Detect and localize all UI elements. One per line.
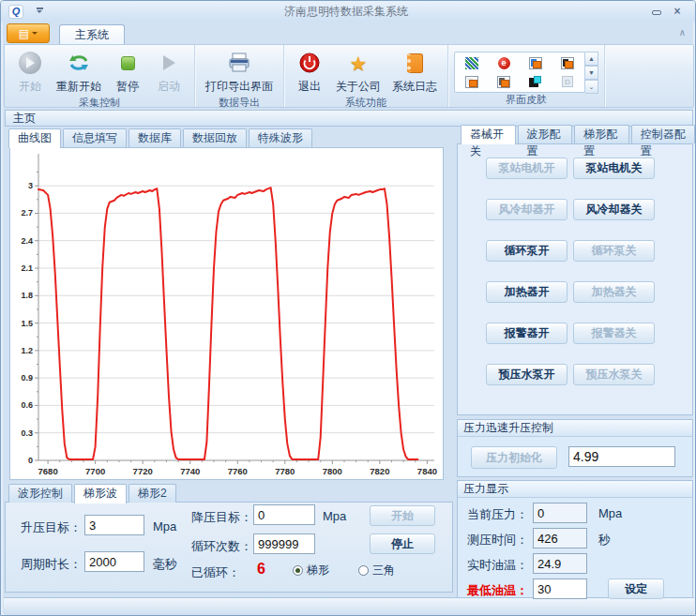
svg-text:7780: 7780 xyxy=(275,466,295,476)
fall-target-label: 降压目标： xyxy=(191,509,252,526)
rise-target-label: 升压目标： xyxy=(21,519,82,536)
svg-text:0.6: 0.6 xyxy=(21,400,33,410)
minimize-button[interactable] xyxy=(646,5,667,18)
svg-text:7740: 7740 xyxy=(180,466,200,476)
svg-text:7840: 7840 xyxy=(417,466,437,476)
pressure-display-group: 压力显示 当前压力： Mpa 测压时间： 秒 实时油温： 最低油温： 设定 xyxy=(457,480,693,598)
pause-button[interactable]: 暂停 xyxy=(108,50,147,96)
group-label-acquisition: 采集控制 xyxy=(5,96,194,110)
tab-waveform-config[interactable]: 波形配置 xyxy=(518,125,573,143)
cycle-count-input[interactable] xyxy=(253,533,315,554)
min-oil-temp-label: 最低油温： xyxy=(467,582,528,599)
pressure-init-button[interactable]: 压力初始化 xyxy=(471,446,557,469)
ribbon-group-system: 退出 ★ 关于公司 系统日志 系统功能 xyxy=(284,45,448,107)
tab-trapezoid-2[interactable]: 梯形2 xyxy=(129,484,176,503)
light-cube-skin-icon[interactable] xyxy=(465,76,478,88)
svg-text:7720: 7720 xyxy=(133,466,153,476)
squares-skin-icon[interactable] xyxy=(529,76,542,88)
cycled-label: 已循环： xyxy=(191,564,240,581)
collapse-ribbon-icon[interactable]: ∧ xyxy=(679,27,686,38)
svg-text:2.1: 2.1 xyxy=(21,263,33,273)
right-tabstrip: 器械开关 波形配置 梯形配置 控制器配置 xyxy=(461,125,695,143)
alarm-on-button[interactable]: 报警器开 xyxy=(486,323,567,344)
restart-button[interactable]: 重新开始 xyxy=(52,50,106,96)
period-label: 周期时长： xyxy=(21,556,82,573)
tab-device-switches[interactable]: 器械开关 xyxy=(461,125,516,144)
application-menu-button[interactable]: ▤ xyxy=(7,23,50,43)
circulation-pump-off-button[interactable]: 循环泵关 xyxy=(573,240,655,262)
tab-info-entry[interactable]: 信息填写 xyxy=(63,128,127,147)
prepressure-pump-off-button[interactable]: 预压水泵关 xyxy=(573,364,655,385)
tab-trapezoid-wave[interactable]: 梯形波 xyxy=(74,484,127,503)
heater-on-button[interactable]: 加热器开 xyxy=(486,281,567,303)
start-button[interactable]: 开始 xyxy=(10,50,50,96)
blue-cube-skin-icon[interactable] xyxy=(529,57,542,69)
wave-stop-button[interactable]: 停止 xyxy=(370,533,435,554)
min-oil-temp-input[interactable] xyxy=(533,578,587,599)
close-button[interactable]: × xyxy=(667,5,688,18)
document-icon: ▤ xyxy=(19,28,29,39)
radio-trapezoid[interactable]: 梯形 xyxy=(293,563,329,578)
dark-cube-skin-icon[interactable] xyxy=(497,76,510,88)
radio-triangle[interactable]: 三角 xyxy=(358,563,395,578)
current-pressure-label: 当前压力： xyxy=(467,506,528,523)
tab-database[interactable]: 数据库 xyxy=(129,128,181,147)
air-cooler-on-button[interactable]: 风冷却器开 xyxy=(486,199,567,220)
tab-waveform-control[interactable]: 波形控制 xyxy=(8,484,72,503)
svg-text:7820: 7820 xyxy=(370,466,389,476)
tab-special-waveform[interactable]: 特殊波形 xyxy=(249,128,312,147)
fall-target-input[interactable] xyxy=(253,504,315,525)
fast-pressure-input[interactable] xyxy=(568,446,675,467)
current-pressure-value xyxy=(533,503,587,523)
oil-temp-value xyxy=(533,553,587,574)
radio-triangle-icon xyxy=(358,565,369,576)
alarm-off-button[interactable]: 报警器关 xyxy=(573,323,655,344)
rise-target-input[interactable] xyxy=(84,515,144,535)
gallery-more-icon[interactable]: ⌄ xyxy=(585,80,598,94)
air-cooler-off-button[interactable]: 风冷却器关 xyxy=(573,199,655,220)
rise-target-unit: Mpa xyxy=(153,519,176,533)
launch-button[interactable]: 启动 xyxy=(149,50,189,96)
svg-text:1.5: 1.5 xyxy=(21,319,33,328)
measure-time-unit: 秒 xyxy=(598,532,611,548)
chevron-down-icon xyxy=(32,32,38,38)
pump-station-on-button[interactable]: 泵站电机开 xyxy=(486,158,567,179)
svg-text:7700: 7700 xyxy=(85,466,105,476)
print-export-button[interactable]: 打印导出界面 xyxy=(201,50,278,96)
fast-pressure-group: 压力迅速升压控制 压力初始化 xyxy=(457,419,693,477)
black-cube-skin-icon[interactable] xyxy=(561,57,574,69)
stripes-skin-icon[interactable] xyxy=(465,57,478,69)
trapezoid-wave-panel: 升压目标： Mpa 周期时长： 毫秒 降压目标： Mpa 循环次数： 已循环： … xyxy=(5,502,453,593)
heater-off-button[interactable]: 加热器关 xyxy=(573,281,655,303)
svg-text:1.2: 1.2 xyxy=(21,346,33,355)
tab-main-system[interactable]: 主系统 xyxy=(59,24,125,44)
period-input[interactable] xyxy=(84,551,144,572)
ribbon-tab-row: ▤ 主系统 ∧ xyxy=(1,22,695,44)
tab-controller-config[interactable]: 控制器配置 xyxy=(631,125,695,143)
set-button[interactable]: 设定 xyxy=(608,578,664,599)
svg-text:7760: 7760 xyxy=(228,466,248,476)
left-tabstrip: 曲线图 信息填写 数据库 数据回放 特殊波形 xyxy=(8,128,312,147)
gallery-down-icon[interactable]: ▼ xyxy=(585,66,598,80)
svg-text:0.3: 0.3 xyxy=(21,428,33,438)
red-sphere-skin-icon[interactable]: e xyxy=(498,57,510,69)
tab-trapezoid-config[interactable]: 梯形配置 xyxy=(574,125,629,143)
chart-panel: 00.30.60.91.21.51.82.12.42.7376807700772… xyxy=(9,147,444,480)
skin-gallery: e D ▲ ▼ ⌄ xyxy=(454,52,598,93)
pump-station-off-button[interactable]: 泵站电机关 xyxy=(573,158,655,179)
prepressure-pump-on-button[interactable]: 预压水泵开 xyxy=(486,364,567,385)
ribbon: 开始 重新开始 暂停 xyxy=(4,44,694,108)
circulation-pump-on-button[interactable]: 循环泵开 xyxy=(486,240,567,262)
logbook-icon xyxy=(407,51,423,75)
tab-curve-chart[interactable]: 曲线图 xyxy=(8,128,61,148)
tab-data-replay[interactable]: 数据回放 xyxy=(183,128,247,147)
about-company-button[interactable]: ★ 关于公司 xyxy=(331,50,386,96)
system-log-button[interactable]: 系统日志 xyxy=(387,50,442,96)
wave-start-button[interactable]: 开始 xyxy=(370,505,435,526)
quick-access-dropdown-icon[interactable] xyxy=(33,8,46,16)
play-icon xyxy=(156,51,183,75)
power-icon xyxy=(298,51,321,75)
exit-button[interactable]: 退出 xyxy=(290,50,329,96)
gallery-up-icon[interactable]: ▲ xyxy=(585,52,598,66)
disabled-skin-icon: D xyxy=(562,76,573,87)
